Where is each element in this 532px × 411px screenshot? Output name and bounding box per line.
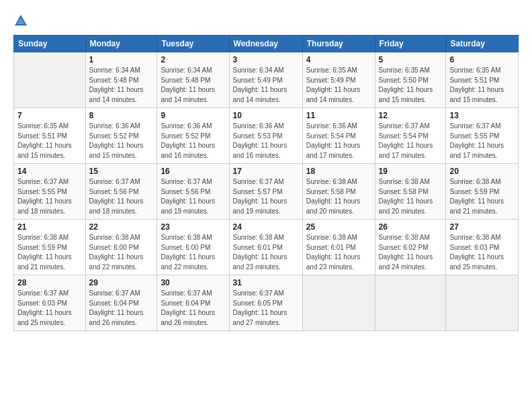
- calendar-cell: 29Sunrise: 6:37 AM Sunset: 6:04 PM Dayli…: [85, 275, 157, 331]
- day-info: Sunrise: 6:34 AM Sunset: 5:48 PM Dayligh…: [161, 66, 225, 105]
- day-info: Sunrise: 6:38 AM Sunset: 5:58 PM Dayligh…: [379, 177, 443, 216]
- calendar-cell: 24Sunrise: 6:38 AM Sunset: 6:01 PM Dayli…: [229, 220, 302, 275]
- day-info: Sunrise: 6:35 AM Sunset: 5:51 PM Dayligh…: [449, 66, 515, 105]
- header-sunday: Sunday: [14, 36, 86, 52]
- day-number: 25: [306, 222, 371, 232]
- day-info: Sunrise: 6:37 AM Sunset: 5:56 PM Dayligh…: [161, 177, 225, 216]
- day-info: Sunrise: 6:37 AM Sunset: 6:05 PM Dayligh…: [233, 289, 299, 328]
- day-number: 15: [89, 167, 154, 176]
- logo-icon: [13, 13, 28, 28]
- calendar-cell: 28Sunrise: 6:37 AM Sunset: 6:03 PM Dayli…: [14, 275, 86, 331]
- day-info: Sunrise: 6:38 AM Sunset: 6:03 PM Dayligh…: [449, 233, 515, 272]
- day-number: 8: [89, 111, 154, 120]
- day-number: 13: [449, 111, 515, 120]
- day-number: 17: [233, 167, 299, 176]
- calendar-cell: 14Sunrise: 6:37 AM Sunset: 5:55 PM Dayli…: [14, 164, 86, 220]
- calendar-header: SundayMondayTuesdayWednesdayThursdayFrid…: [14, 36, 519, 52]
- day-info: Sunrise: 6:36 AM Sunset: 5:53 PM Dayligh…: [233, 122, 299, 161]
- day-number: 3: [233, 55, 299, 64]
- header-friday: Friday: [375, 36, 446, 52]
- day-info: Sunrise: 6:36 AM Sunset: 5:54 PM Dayligh…: [306, 122, 371, 161]
- calendar-cell: 12Sunrise: 6:37 AM Sunset: 5:54 PM Dayli…: [375, 108, 446, 164]
- day-info: Sunrise: 6:38 AM Sunset: 6:02 PM Dayligh…: [379, 233, 443, 272]
- day-number: 24: [233, 222, 299, 232]
- calendar-cell: 3Sunrise: 6:34 AM Sunset: 5:49 PM Daylig…: [229, 52, 302, 108]
- calendar-cell: 1Sunrise: 6:34 AM Sunset: 5:48 PM Daylig…: [85, 52, 157, 108]
- week-row-2: 14Sunrise: 6:37 AM Sunset: 5:55 PM Dayli…: [14, 164, 519, 220]
- header: [13, 11, 519, 28]
- day-number: 1: [89, 55, 154, 64]
- week-row-1: 7Sunrise: 6:35 AM Sunset: 5:51 PM Daylig…: [14, 108, 519, 164]
- day-number: 12: [379, 111, 443, 120]
- day-number: 22: [89, 222, 154, 232]
- day-info: Sunrise: 6:37 AM Sunset: 5:57 PM Dayligh…: [233, 177, 299, 216]
- calendar-cell: 6Sunrise: 6:35 AM Sunset: 5:51 PM Daylig…: [446, 52, 519, 108]
- calendar-cell: [446, 275, 519, 331]
- day-number: 27: [449, 222, 515, 232]
- day-info: Sunrise: 6:37 AM Sunset: 6:04 PM Dayligh…: [161, 289, 225, 328]
- logo: [13, 13, 31, 28]
- header-wednesday: Wednesday: [229, 36, 302, 52]
- calendar-cell: 7Sunrise: 6:35 AM Sunset: 5:51 PM Daylig…: [14, 108, 86, 164]
- day-number: 20: [449, 167, 515, 176]
- calendar-body: 1Sunrise: 6:34 AM Sunset: 5:48 PM Daylig…: [14, 52, 519, 331]
- day-info: Sunrise: 6:38 AM Sunset: 6:01 PM Dayligh…: [306, 233, 371, 272]
- calendar-cell: 19Sunrise: 6:38 AM Sunset: 5:58 PM Dayli…: [375, 164, 446, 220]
- calendar-cell: 18Sunrise: 6:38 AM Sunset: 5:58 PM Dayli…: [302, 164, 375, 220]
- calendar-cell: 16Sunrise: 6:37 AM Sunset: 5:56 PM Dayli…: [157, 164, 229, 220]
- calendar-cell: 27Sunrise: 6:38 AM Sunset: 6:03 PM Dayli…: [446, 220, 519, 275]
- day-info: Sunrise: 6:38 AM Sunset: 5:59 PM Dayligh…: [449, 177, 515, 216]
- day-info: Sunrise: 6:38 AM Sunset: 6:01 PM Dayligh…: [233, 233, 299, 272]
- day-number: 9: [161, 111, 225, 120]
- calendar-cell: [375, 275, 446, 331]
- day-info: Sunrise: 6:37 AM Sunset: 5:55 PM Dayligh…: [17, 177, 82, 216]
- week-row-0: 1Sunrise: 6:34 AM Sunset: 5:48 PM Daylig…: [14, 52, 519, 108]
- day-number: 30: [161, 278, 225, 287]
- week-row-3: 21Sunrise: 6:38 AM Sunset: 5:59 PM Dayli…: [14, 220, 519, 275]
- day-number: 19: [379, 167, 443, 176]
- calendar-cell: 13Sunrise: 6:37 AM Sunset: 5:55 PM Dayli…: [446, 108, 519, 164]
- day-info: Sunrise: 6:34 AM Sunset: 5:48 PM Dayligh…: [89, 66, 154, 105]
- day-number: 21: [17, 222, 82, 232]
- calendar-cell: 2Sunrise: 6:34 AM Sunset: 5:48 PM Daylig…: [157, 52, 229, 108]
- calendar-cell: 10Sunrise: 6:36 AM Sunset: 5:53 PM Dayli…: [229, 108, 302, 164]
- day-info: Sunrise: 6:37 AM Sunset: 5:55 PM Dayligh…: [449, 122, 515, 161]
- day-info: Sunrise: 6:37 AM Sunset: 6:04 PM Dayligh…: [89, 289, 154, 328]
- calendar-cell: [14, 52, 86, 108]
- calendar-cell: 30Sunrise: 6:37 AM Sunset: 6:04 PM Dayli…: [157, 275, 229, 331]
- day-info: Sunrise: 6:34 AM Sunset: 5:49 PM Dayligh…: [233, 66, 299, 105]
- day-number: 16: [161, 167, 225, 176]
- calendar-cell: 11Sunrise: 6:36 AM Sunset: 5:54 PM Dayli…: [302, 108, 375, 164]
- calendar-cell: 31Sunrise: 6:37 AM Sunset: 6:05 PM Dayli…: [229, 275, 302, 331]
- day-info: Sunrise: 6:35 AM Sunset: 5:49 PM Dayligh…: [306, 66, 371, 105]
- calendar-cell: 9Sunrise: 6:36 AM Sunset: 5:52 PM Daylig…: [157, 108, 229, 164]
- calendar-cell: 20Sunrise: 6:38 AM Sunset: 5:59 PM Dayli…: [446, 164, 519, 220]
- calendar-cell: 23Sunrise: 6:38 AM Sunset: 6:00 PM Dayli…: [157, 220, 229, 275]
- day-info: Sunrise: 6:37 AM Sunset: 5:54 PM Dayligh…: [379, 122, 443, 161]
- day-number: 31: [233, 278, 299, 287]
- calendar-cell: 8Sunrise: 6:36 AM Sunset: 5:52 PM Daylig…: [85, 108, 157, 164]
- day-info: Sunrise: 6:37 AM Sunset: 6:03 PM Dayligh…: [17, 289, 82, 328]
- day-number: 14: [17, 167, 82, 176]
- day-number: 28: [17, 278, 82, 287]
- header-thursday: Thursday: [302, 36, 375, 52]
- day-info: Sunrise: 6:36 AM Sunset: 5:52 PM Dayligh…: [89, 122, 154, 161]
- day-info: Sunrise: 6:35 AM Sunset: 5:50 PM Dayligh…: [379, 66, 443, 105]
- calendar-cell: 17Sunrise: 6:37 AM Sunset: 5:57 PM Dayli…: [229, 164, 302, 220]
- day-number: 29: [89, 278, 154, 287]
- day-info: Sunrise: 6:38 AM Sunset: 6:00 PM Dayligh…: [89, 233, 154, 272]
- calendar-cell: 22Sunrise: 6:38 AM Sunset: 6:00 PM Dayli…: [85, 220, 157, 275]
- day-number: 26: [379, 222, 443, 232]
- day-info: Sunrise: 6:37 AM Sunset: 5:56 PM Dayligh…: [89, 177, 154, 216]
- header-row: SundayMondayTuesdayWednesdayThursdayFrid…: [14, 36, 519, 52]
- calendar-cell: 25Sunrise: 6:38 AM Sunset: 6:01 PM Dayli…: [302, 220, 375, 275]
- header-tuesday: Tuesday: [157, 36, 229, 52]
- day-number: 18: [306, 167, 371, 176]
- day-number: 11: [306, 111, 371, 120]
- week-row-4: 28Sunrise: 6:37 AM Sunset: 6:03 PM Dayli…: [14, 275, 519, 331]
- day-number: 7: [17, 111, 82, 120]
- day-number: 2: [161, 55, 225, 64]
- calendar-cell: [302, 275, 375, 331]
- calendar-cell: 26Sunrise: 6:38 AM Sunset: 6:02 PM Dayli…: [375, 220, 446, 275]
- day-number: 10: [233, 111, 299, 120]
